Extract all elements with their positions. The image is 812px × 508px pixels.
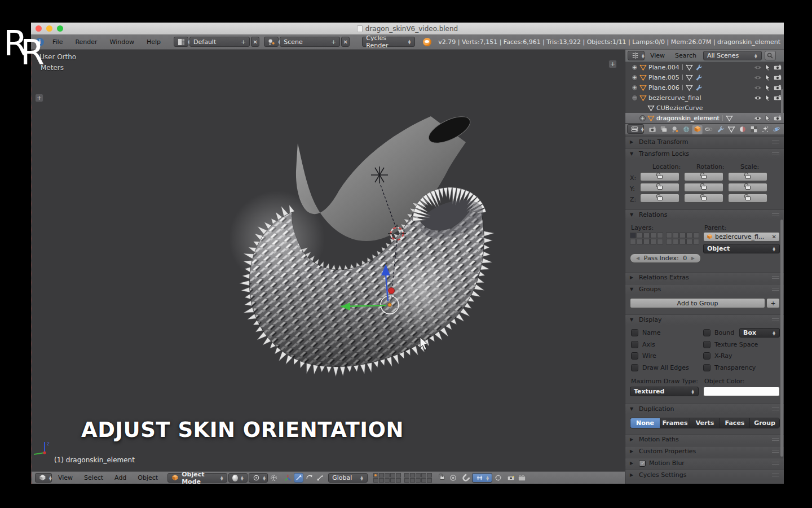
lock-button[interactable] (684, 183, 723, 192)
checkbox-transparency[interactable] (703, 364, 710, 371)
viewport-menu-object[interactable]: Object (133, 474, 163, 481)
properties-tab-material-icon[interactable] (737, 124, 748, 134)
editor-type-button[interactable]: ▲▼ (35, 473, 52, 483)
properties-tab-object-icon[interactable] (692, 124, 703, 134)
properties-tab-particles-icon[interactable] (760, 124, 770, 134)
outliner-scrollbar[interactable] (781, 89, 783, 119)
delete-scene-button[interactable]: ✕ (341, 37, 350, 47)
render-still-icon[interactable] (506, 473, 516, 483)
properties-tab-scene-icon[interactable] (669, 124, 680, 134)
checkbox-texture-space[interactable] (703, 341, 710, 348)
outliner-filter-select[interactable]: All Scenes▲▼ (703, 51, 762, 60)
properties-scrollbar[interactable] (780, 220, 783, 457)
panel-transform-locks[interactable]: Transform Locks (625, 148, 784, 159)
panel-display[interactable]: Display (625, 314, 784, 325)
lock-button[interactable] (640, 183, 679, 192)
minimize-window-button[interactable] (46, 25, 52, 32)
lock-to-scene-icon[interactable] (438, 473, 447, 483)
screen-layout-field[interactable]: Default+ (189, 37, 250, 47)
duplication-frames-button[interactable]: Frames (660, 418, 690, 428)
outliner-menu-view[interactable]: View (646, 52, 669, 59)
properties-tab-world-icon[interactable] (681, 124, 691, 134)
outliner-item-Plane.006[interactable]: +Plane.006 (625, 82, 784, 93)
duplication-faces-button[interactable]: Faces (720, 418, 750, 428)
snap-magnet-icon[interactable] (461, 473, 471, 483)
pass-index-slider[interactable]: ◀ Pass Index: 0 ▶ (630, 253, 701, 263)
lock-button[interactable] (728, 172, 767, 181)
delete-layout-button[interactable]: ✕ (251, 37, 259, 47)
clear-parent-icon[interactable]: ✕ (772, 234, 776, 240)
add-to-group-button[interactable]: Add to Group (630, 298, 765, 308)
zoom-window-button[interactable] (57, 25, 63, 32)
properties-tab-render-layers-icon[interactable] (658, 124, 669, 134)
render-engine-select[interactable]: Cycles Render▲▼ (362, 37, 415, 47)
outliner-menu-search[interactable]: Search (670, 52, 701, 59)
properties-tab-texture-icon[interactable] (748, 124, 759, 134)
viewport-menu-view[interactable]: View (53, 474, 78, 481)
screen-layout-icon-button[interactable]: ▲▼ (174, 37, 188, 47)
render-border-icon[interactable] (448, 473, 458, 483)
checkbox-x-ray[interactable] (703, 352, 710, 360)
panel-delta-transform[interactable]: Delta Transform (625, 137, 784, 147)
close-window-button[interactable] (36, 25, 42, 32)
lock-button[interactable] (640, 194, 679, 203)
bound-type-select[interactable]: Box▲▼ (739, 328, 780, 338)
lock-button[interactable] (728, 194, 767, 203)
snap-target-icon[interactable] (493, 473, 503, 483)
properties-editor-type-button[interactable]: ▲▼ (627, 124, 644, 134)
pivot-point-select[interactable]: ▲▼ (249, 473, 268, 483)
panel-motion-blur[interactable]: Motion Blur (625, 458, 784, 468)
duplication-verts-button[interactable]: Verts (690, 418, 720, 428)
panel-duplication[interactable]: Duplication (625, 404, 784, 414)
add-scene-icon[interactable]: + (331, 38, 336, 46)
parent-type-select[interactable]: Object▲▼ (703, 244, 780, 253)
viewport-shading-select[interactable]: ▲▼ (228, 473, 248, 483)
snap-element-select[interactable]: ▲▼ (472, 473, 492, 483)
scene-icon-button[interactable]: ▲▼ (264, 37, 279, 47)
menu-window[interactable]: Window (104, 38, 140, 46)
relations-layers-grid-1[interactable] (630, 233, 663, 244)
outliner-item-dragonskin_element[interactable]: +dragonskin_element (625, 113, 784, 123)
checkbox-axis[interactable] (631, 341, 638, 348)
slider-left-arrow-icon[interactable]: ◀ (636, 256, 639, 261)
menu-render[interactable]: Render (69, 38, 103, 46)
properties-tab-render-icon[interactable] (647, 124, 657, 134)
rotate-manipulator-icon[interactable] (304, 473, 314, 483)
motion-blur-checkbox[interactable] (639, 460, 646, 467)
viewport-menu-select[interactable]: Select (79, 474, 108, 481)
properties-tab-modifiers-icon[interactable] (714, 124, 725, 134)
lock-button[interactable] (684, 172, 723, 181)
scene-field[interactable]: Scene+ (280, 37, 340, 47)
expand-icon[interactable]: + (632, 64, 638, 71)
new-group-plus-button[interactable]: + (766, 298, 780, 308)
expand-icon[interactable]: + (639, 115, 646, 121)
slider-right-arrow-icon[interactable]: ▶ (691, 256, 695, 261)
outliner-item-Plane.004[interactable]: +Plane.004 (625, 62, 784, 72)
add-layout-icon[interactable]: + (241, 38, 246, 46)
duplication-group-button[interactable]: Group (750, 418, 779, 428)
lock-button[interactable] (684, 194, 723, 203)
menu-file[interactable]: File (46, 38, 69, 46)
properties-tab-constraints-icon[interactable] (703, 124, 714, 134)
panel-relations-extras[interactable]: Relations Extras (625, 272, 784, 282)
3d-viewport[interactable]: User Ortho Meters + + (31, 50, 625, 484)
outliner-item-beziercurve_final[interactable]: −beziercurve_final (625, 93, 784, 103)
collapse-icon[interactable]: − (632, 95, 638, 101)
checkbox-draw-all-edges[interactable] (631, 364, 638, 371)
expand-icon[interactable]: + (632, 85, 638, 91)
mode-select[interactable]: Object Mode ▲▼ (167, 473, 227, 483)
translate-manipulator-icon[interactable] (294, 473, 303, 483)
lock-button[interactable] (640, 172, 679, 181)
lock-button[interactable] (728, 183, 767, 192)
properties-tab-object-data-icon[interactable] (726, 124, 736, 134)
outliner-item-Plane.005[interactable]: +Plane.005 (625, 72, 784, 82)
expand-icon[interactable]: + (632, 75, 638, 81)
viewport-menu-add[interactable]: Add (109, 474, 131, 481)
panel-motion-paths[interactable]: Motion Paths (625, 434, 784, 444)
outliner-search-button[interactable] (765, 51, 776, 60)
panel-groups[interactable]: Groups (625, 284, 784, 294)
panel-cycles-settings[interactable]: Cycles Settings (625, 470, 784, 480)
layers-grid-2[interactable] (404, 473, 432, 483)
object-color-swatch[interactable] (703, 387, 780, 396)
proportional-edit-icon[interactable] (269, 473, 279, 483)
